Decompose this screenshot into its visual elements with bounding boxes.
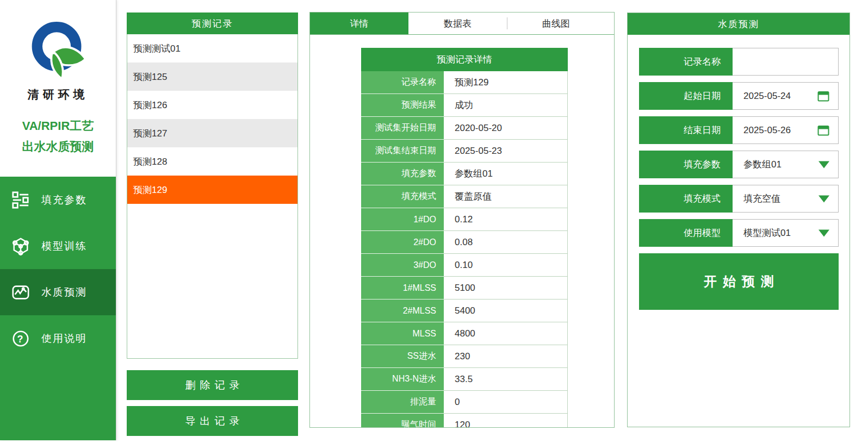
sidebar-item-water-quality-prediction[interactable]: 水质预测 (0, 269, 116, 315)
tab-curve-chart[interactable]: 曲线图 (507, 13, 605, 34)
model-value: 模型测试01 (743, 227, 791, 239)
row-label: 填充参数 (361, 163, 444, 185)
end-date-field[interactable]: 结束日期 2025-05-26 (639, 116, 839, 144)
fill-params-select[interactable]: 参数组01 (733, 151, 839, 178)
row-value: 2020-05-20 (444, 117, 568, 140)
row-label: SS进水 (361, 345, 444, 368)
sidebar-menu: 填充参数 模型训练 水质预测 (0, 177, 116, 361)
table-row: 排泥量 0 (361, 391, 568, 414)
row-label: 填充模式 (361, 185, 444, 208)
detail-table-title: 预测记录详情 (361, 48, 568, 71)
fill-params-field[interactable]: 填充参数 参数组01 (639, 151, 839, 178)
company-name: 清研环境 (0, 87, 116, 102)
sidebar-item-label: 使用说明 (41, 332, 87, 346)
company-logo-icon (26, 20, 89, 84)
row-label: 测试集结束日期 (361, 140, 444, 163)
detail-tabs: 详情 数据表 曲线图 (310, 13, 614, 35)
row-value: 230 (444, 345, 568, 368)
row-label: 2#DO (361, 231, 444, 254)
record-item[interactable]: 预测126 (127, 91, 297, 119)
row-value: 33.5 (444, 368, 568, 391)
row-label: 1#MLSS (361, 277, 444, 300)
start-date-value: 2025-05-24 (743, 91, 791, 102)
fill-params-value: 参数组01 (743, 158, 782, 171)
export-record-button[interactable]: 导出记录 (127, 406, 298, 436)
app-title-line2: 出水水质预测 (0, 136, 116, 157)
start-date-field[interactable]: 起始日期 2025-05-24 (639, 82, 839, 110)
table-row: NH3-N进水 33.5 (361, 368, 568, 391)
row-value: 2025-05-23 (444, 140, 568, 163)
row-value: 成功 (444, 94, 568, 117)
table-row: 测试集结束日期 2025-05-23 (361, 140, 568, 163)
table-row: MLSS 4800 (361, 322, 568, 345)
model-select[interactable]: 模型测试01 (733, 219, 839, 247)
row-value: 0 (444, 391, 568, 414)
table-row: 2#MLSS 5400 (361, 300, 568, 322)
fill-mode-select[interactable]: 填充空值 (733, 185, 839, 213)
row-label: 1#DO (361, 208, 444, 231)
tab-details[interactable]: 详情 (310, 13, 408, 34)
record-item[interactable]: 预测125 (127, 63, 297, 91)
row-label: 曝气时间 (361, 414, 444, 428)
chevron-down-icon[interactable] (819, 161, 829, 168)
row-value: 0.10 (444, 254, 568, 277)
sidebar: 清研环境 VA/RPIR工艺 出水水质预测 填充参数 (0, 0, 116, 440)
end-date-value-wrap[interactable]: 2025-05-26 (733, 116, 839, 144)
row-value: 覆盖原值 (444, 185, 568, 208)
calendar-icon[interactable] (817, 125, 829, 136)
row-value: 4800 (444, 322, 568, 345)
row-label: 预测结果 (361, 94, 444, 117)
sidebar-item-model-training[interactable]: 模型训练 (0, 223, 116, 269)
prediction-panel: 水质预测 记录名称 起始日期 2025-05-24 结束日期 2025-05-2… (627, 13, 850, 427)
start-date-value-wrap[interactable]: 2025-05-24 (733, 82, 839, 110)
record-item-selected[interactable]: 预测129 (127, 176, 297, 204)
svg-text:?: ? (17, 333, 24, 344)
record-item[interactable]: 预测测试01 (127, 34, 297, 63)
record-name-field: 记录名称 (639, 48, 839, 76)
row-label: 2#MLSS (361, 300, 444, 322)
row-label: NH3-N进水 (361, 368, 444, 391)
sidebar-item-fill-params[interactable]: 填充参数 (0, 177, 116, 223)
app-title-line1: VA/RPIR工艺 (0, 116, 116, 136)
chart-icon (11, 283, 30, 302)
fill-mode-value: 填充空值 (743, 192, 780, 205)
field-label: 结束日期 (639, 116, 733, 144)
table-row: 曝气时间 120 (361, 414, 568, 428)
row-label: MLSS (361, 322, 444, 345)
table-row: 1#DO 0.12 (361, 208, 568, 231)
prediction-header: 水质预测 (628, 13, 850, 35)
sidebar-item-label: 模型训练 (41, 239, 87, 253)
model-icon (11, 237, 30, 255)
table-row: 记录名称 预测129 (361, 71, 568, 94)
row-value: 5100 (444, 277, 568, 300)
row-value: 参数组01 (444, 163, 568, 185)
chevron-down-icon[interactable] (819, 195, 829, 202)
detail-table: 预测记录详情 记录名称 预测129 预测结果 成功 测试集开始日期 2020-0… (361, 48, 568, 428)
record-item[interactable]: 预测128 (127, 147, 297, 176)
table-row: 1#MLSS 5100 (361, 277, 568, 300)
row-label: 排泥量 (361, 391, 444, 414)
start-prediction-button[interactable]: 开始预测 (639, 253, 839, 310)
help-icon: ? (11, 329, 30, 348)
table-row: SS进水 230 (361, 345, 568, 368)
chevron-down-icon[interactable] (819, 229, 829, 236)
model-field[interactable]: 使用模型 模型测试01 (639, 219, 839, 247)
table-row: 预测结果 成功 (361, 94, 568, 117)
row-value: 120 (444, 414, 568, 428)
row-value: 5400 (444, 300, 568, 322)
fill-mode-field[interactable]: 填充模式 填充空值 (639, 185, 839, 213)
records-header: 预测记录 (127, 13, 298, 34)
field-label: 记录名称 (639, 48, 733, 76)
field-label: 使用模型 (639, 219, 733, 247)
calendar-icon[interactable] (817, 91, 829, 102)
record-item[interactable]: 预测127 (127, 119, 297, 147)
table-row: 3#DO 0.10 (361, 254, 568, 277)
detail-panel: 详情 数据表 曲线图 预测记录详情 记录名称 预测129 预测结果 成功 测试集… (309, 12, 615, 428)
sliders-icon (11, 191, 30, 209)
delete-record-button[interactable]: 删除记录 (127, 370, 298, 400)
record-name-input[interactable] (743, 48, 838, 76)
field-label: 填充模式 (639, 185, 733, 213)
field-label: 填充参数 (639, 151, 733, 178)
sidebar-item-help[interactable]: ? 使用说明 (0, 315, 116, 361)
tab-data-table[interactable]: 数据表 (408, 13, 507, 34)
